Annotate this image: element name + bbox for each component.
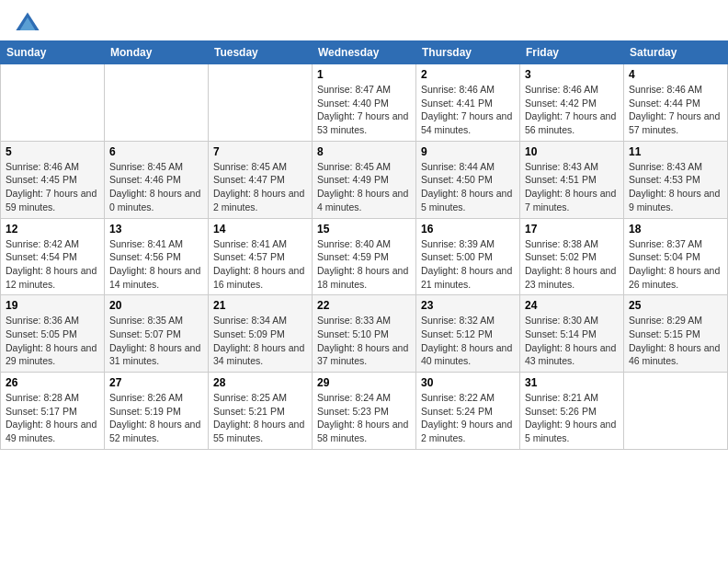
col-header-tuesday: Tuesday: [209, 41, 313, 64]
calendar-cell: 22Sunrise: 8:33 AM Sunset: 5:10 PM Dayli…: [313, 295, 416, 373]
calendar-cell: 10Sunrise: 8:43 AM Sunset: 4:51 PM Dayli…: [520, 141, 624, 218]
day-number: 9: [421, 145, 515, 158]
calendar-cell: 4Sunrise: 8:46 AM Sunset: 4:44 PM Daylig…: [624, 64, 728, 142]
day-number: 3: [525, 68, 619, 81]
day-info: Sunrise: 8:40 AM Sunset: 4:59 PM Dayligh…: [317, 237, 411, 292]
day-info: Sunrise: 8:37 AM Sunset: 5:04 PM Dayligh…: [629, 237, 722, 292]
calendar-cell: 16Sunrise: 8:39 AM Sunset: 5:00 PM Dayli…: [416, 218, 520, 295]
calendar-cell: 18Sunrise: 8:37 AM Sunset: 5:04 PM Dayli…: [624, 218, 728, 295]
calendar-cell: 6Sunrise: 8:45 AM Sunset: 4:46 PM Daylig…: [105, 141, 209, 218]
calendar-cell: 17Sunrise: 8:38 AM Sunset: 5:02 PM Dayli…: [520, 218, 624, 295]
calendar-cell: 3Sunrise: 8:46 AM Sunset: 4:42 PM Daylig…: [520, 64, 624, 142]
day-number: 24: [525, 299, 619, 312]
calendar-cell: [105, 64, 209, 142]
day-info: Sunrise: 8:25 AM Sunset: 5:21 PM Dayligh…: [213, 391, 307, 445]
day-number: 11: [629, 145, 722, 158]
calendar-cell: [1, 64, 105, 142]
calendar-cell: 19Sunrise: 8:36 AM Sunset: 5:05 PM Dayli…: [1, 295, 105, 373]
day-number: 5: [6, 145, 99, 158]
calendar-table: SundayMondayTuesdayWednesdayThursdayFrid…: [0, 40, 728, 450]
day-info: Sunrise: 8:34 AM Sunset: 5:09 PM Dayligh…: [213, 314, 307, 368]
day-number: 31: [525, 376, 619, 389]
calendar-cell: 15Sunrise: 8:40 AM Sunset: 4:59 PM Dayli…: [313, 218, 416, 295]
calendar-cell: 1Sunrise: 8:47 AM Sunset: 4:40 PM Daylig…: [313, 64, 416, 142]
day-number: 27: [109, 376, 203, 389]
day-number: 19: [6, 299, 99, 312]
day-info: Sunrise: 8:41 AM Sunset: 4:57 PM Dayligh…: [213, 237, 307, 292]
day-number: 10: [525, 145, 619, 158]
day-number: 23: [421, 299, 515, 312]
calendar-week-5: 26Sunrise: 8:28 AM Sunset: 5:17 PM Dayli…: [1, 373, 728, 450]
col-header-thursday: Thursday: [416, 41, 520, 64]
day-number: 30: [421, 376, 515, 389]
calendar-cell: 24Sunrise: 8:30 AM Sunset: 5:14 PM Dayli…: [520, 295, 624, 373]
calendar-cell: 26Sunrise: 8:28 AM Sunset: 5:17 PM Dayli…: [1, 373, 105, 450]
day-info: Sunrise: 8:44 AM Sunset: 4:50 PM Dayligh…: [421, 160, 515, 214]
day-info: Sunrise: 8:29 AM Sunset: 5:15 PM Dayligh…: [629, 314, 722, 368]
day-info: Sunrise: 8:28 AM Sunset: 5:17 PM Dayligh…: [6, 391, 99, 445]
page-header: [0, 0, 728, 40]
day-info: Sunrise: 8:43 AM Sunset: 4:53 PM Dayligh…: [629, 160, 722, 214]
day-number: 25: [629, 299, 722, 312]
calendar-cell: 21Sunrise: 8:34 AM Sunset: 5:09 PM Dayli…: [209, 295, 313, 373]
day-number: 8: [317, 145, 411, 158]
day-info: Sunrise: 8:47 AM Sunset: 4:40 PM Dayligh…: [317, 83, 411, 137]
calendar-cell: 14Sunrise: 8:41 AM Sunset: 4:57 PM Dayli…: [209, 218, 313, 295]
calendar-cell: 23Sunrise: 8:32 AM Sunset: 5:12 PM Dayli…: [416, 295, 520, 373]
day-info: Sunrise: 8:45 AM Sunset: 4:49 PM Dayligh…: [317, 160, 411, 214]
day-number: 6: [109, 145, 203, 158]
day-info: Sunrise: 8:45 AM Sunset: 4:47 PM Dayligh…: [213, 160, 307, 214]
calendar-cell: 7Sunrise: 8:45 AM Sunset: 4:47 PM Daylig…: [209, 141, 313, 218]
calendar-cell: 2Sunrise: 8:46 AM Sunset: 4:41 PM Daylig…: [416, 64, 520, 142]
day-number: 2: [421, 68, 515, 81]
day-number: 14: [213, 223, 307, 236]
day-info: Sunrise: 8:35 AM Sunset: 5:07 PM Dayligh…: [109, 314, 203, 368]
calendar-cell: 11Sunrise: 8:43 AM Sunset: 4:53 PM Dayli…: [624, 141, 728, 218]
day-number: 18: [629, 223, 722, 236]
day-number: 21: [213, 299, 307, 312]
calendar-cell: 5Sunrise: 8:46 AM Sunset: 4:45 PM Daylig…: [1, 141, 105, 218]
calendar-week-2: 5Sunrise: 8:46 AM Sunset: 4:45 PM Daylig…: [1, 141, 728, 218]
logo: [15, 11, 44, 37]
calendar-header-row: SundayMondayTuesdayWednesdayThursdayFrid…: [1, 41, 728, 64]
day-number: 22: [317, 299, 411, 312]
day-info: Sunrise: 8:46 AM Sunset: 4:45 PM Dayligh…: [6, 160, 99, 214]
calendar-cell: 25Sunrise: 8:29 AM Sunset: 5:15 PM Dayli…: [624, 295, 728, 373]
calendar-cell: 30Sunrise: 8:22 AM Sunset: 5:24 PM Dayli…: [416, 373, 520, 450]
calendar-cell: 12Sunrise: 8:42 AM Sunset: 4:54 PM Dayli…: [1, 218, 105, 295]
day-number: 7: [213, 145, 307, 158]
day-info: Sunrise: 8:41 AM Sunset: 4:56 PM Dayligh…: [109, 237, 203, 292]
col-header-friday: Friday: [520, 41, 624, 64]
day-info: Sunrise: 8:36 AM Sunset: 5:05 PM Dayligh…: [6, 314, 99, 368]
day-number: 13: [109, 223, 203, 236]
day-info: Sunrise: 8:43 AM Sunset: 4:51 PM Dayligh…: [525, 160, 619, 214]
day-number: 28: [213, 376, 307, 389]
col-header-monday: Monday: [105, 41, 209, 64]
calendar-cell: 9Sunrise: 8:44 AM Sunset: 4:50 PM Daylig…: [416, 141, 520, 218]
day-number: 26: [6, 376, 99, 389]
day-number: 15: [317, 223, 411, 236]
calendar-cell: 8Sunrise: 8:45 AM Sunset: 4:49 PM Daylig…: [313, 141, 416, 218]
calendar-cell: [209, 64, 313, 142]
col-header-wednesday: Wednesday: [313, 41, 416, 64]
calendar-cell: 31Sunrise: 8:21 AM Sunset: 5:26 PM Dayli…: [520, 373, 624, 450]
calendar-cell: 29Sunrise: 8:24 AM Sunset: 5:23 PM Dayli…: [313, 373, 416, 450]
calendar-week-4: 19Sunrise: 8:36 AM Sunset: 5:05 PM Dayli…: [1, 295, 728, 373]
day-info: Sunrise: 8:33 AM Sunset: 5:10 PM Dayligh…: [317, 314, 411, 368]
day-info: Sunrise: 8:38 AM Sunset: 5:02 PM Dayligh…: [525, 237, 619, 292]
calendar-cell: 27Sunrise: 8:26 AM Sunset: 5:19 PM Dayli…: [105, 373, 209, 450]
day-number: 12: [6, 223, 99, 236]
day-info: Sunrise: 8:22 AM Sunset: 5:24 PM Dayligh…: [421, 391, 515, 445]
calendar-week-1: 1Sunrise: 8:47 AM Sunset: 4:40 PM Daylig…: [1, 64, 728, 142]
calendar-cell: 28Sunrise: 8:25 AM Sunset: 5:21 PM Dayli…: [209, 373, 313, 450]
day-number: 4: [629, 68, 722, 81]
calendar-cell: 20Sunrise: 8:35 AM Sunset: 5:07 PM Dayli…: [105, 295, 209, 373]
calendar-cell: [624, 373, 728, 450]
day-info: Sunrise: 8:39 AM Sunset: 5:00 PM Dayligh…: [421, 237, 515, 292]
day-number: 17: [525, 223, 619, 236]
day-info: Sunrise: 8:45 AM Sunset: 4:46 PM Dayligh…: [109, 160, 203, 214]
day-info: Sunrise: 8:46 AM Sunset: 4:41 PM Dayligh…: [421, 83, 515, 137]
day-info: Sunrise: 8:30 AM Sunset: 5:14 PM Dayligh…: [525, 314, 619, 368]
day-info: Sunrise: 8:42 AM Sunset: 4:54 PM Dayligh…: [6, 237, 99, 292]
calendar-week-3: 12Sunrise: 8:42 AM Sunset: 4:54 PM Dayli…: [1, 218, 728, 295]
